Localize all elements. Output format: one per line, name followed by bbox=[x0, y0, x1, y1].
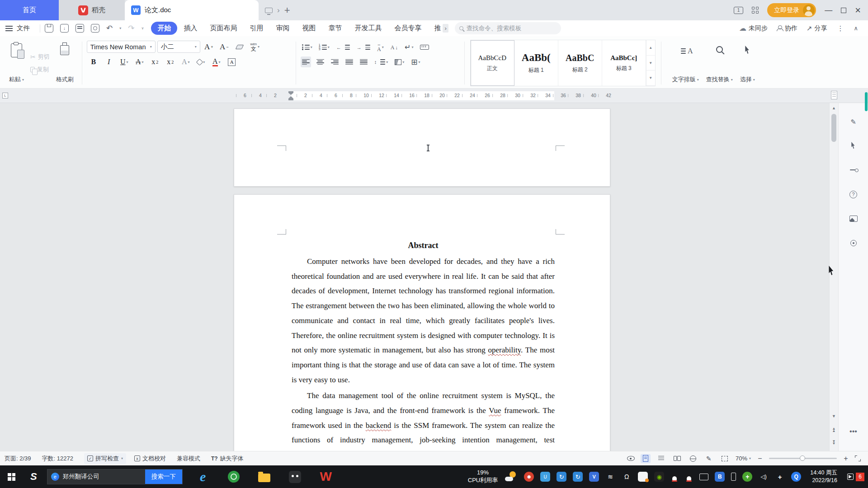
tab-selector-icon[interactable]: L bbox=[2, 93, 8, 99]
minimize-icon[interactable]: — bbox=[825, 6, 832, 15]
monitor-tray-icon[interactable] bbox=[699, 474, 708, 480]
decrease-indent-icon[interactable]: ← bbox=[335, 42, 351, 53]
style-scroll-up-icon[interactable]: ▲ bbox=[646, 40, 655, 56]
ie-icon[interactable]: e bbox=[194, 468, 212, 486]
wps-icon[interactable]: W bbox=[317, 468, 335, 486]
sync2-icon[interactable]: ↻ bbox=[573, 472, 583, 482]
font-name-select[interactable]: Times New Roman▾ bbox=[87, 41, 156, 53]
command-search[interactable] bbox=[455, 22, 561, 34]
strikethrough-icon[interactable]: A▾ bbox=[133, 56, 146, 68]
text-direction-icon[interactable]: A↓ bbox=[389, 42, 399, 53]
crosshair-icon[interactable]: + bbox=[775, 472, 785, 482]
pen-icon[interactable]: ✎ bbox=[848, 117, 859, 127]
edit-pen-icon[interactable]: ✎ bbox=[704, 454, 714, 463]
tab-ruler-icon[interactable] bbox=[419, 42, 430, 53]
notification-badge[interactable]: 6 bbox=[856, 473, 864, 481]
tab-insert[interactable]: 插入 bbox=[177, 22, 203, 35]
clear-format-icon[interactable] bbox=[233, 41, 246, 53]
tab-recommend[interactable]: 推 bbox=[428, 22, 442, 35]
book-view-icon[interactable] bbox=[672, 454, 682, 463]
share-button[interactable]: ↗分享 bbox=[807, 24, 827, 33]
monitor-icon[interactable] bbox=[265, 8, 273, 13]
page-1-bottom[interactable] bbox=[234, 108, 610, 187]
bold-icon[interactable]: B bbox=[87, 56, 100, 68]
previous-page-icon[interactable]: ▲▲ bbox=[830, 428, 838, 432]
page-view-icon[interactable] bbox=[641, 454, 651, 463]
vertical-scrollbar[interactable]: ▲ ▼ ▲▲ ▼▼ bbox=[829, 103, 838, 451]
nvidia-icon[interactable]: ◉ bbox=[654, 472, 664, 482]
decrease-font-icon[interactable]: A− bbox=[217, 41, 231, 53]
bullet-list-icon[interactable]: ▾ bbox=[301, 42, 314, 53]
zoom-level[interactable]: 70%▾ bbox=[736, 455, 751, 462]
help-icon[interactable]: ? bbox=[848, 189, 859, 200]
collaborate-button[interactable]: 协作 bbox=[777, 24, 797, 33]
search-input[interactable] bbox=[467, 25, 557, 32]
page-indicator[interactable]: 页面: 2/39 bbox=[5, 455, 31, 463]
find-replace-button[interactable]: 查找替换▾ bbox=[703, 40, 736, 86]
style-heading1[interactable]: AaBb( 标题 1 bbox=[514, 40, 558, 86]
outline-view-icon[interactable] bbox=[656, 454, 666, 463]
tab-member[interactable]: 会员专享 bbox=[388, 22, 428, 35]
spellcheck-toggle[interactable]: ✓拼写检查▾ bbox=[84, 453, 126, 464]
qq2-icon[interactable] bbox=[685, 472, 693, 482]
taskbar-search[interactable]: e 搜索一下 bbox=[47, 469, 183, 484]
underline-icon[interactable]: U▾ bbox=[118, 56, 131, 68]
app-icon[interactable] bbox=[287, 468, 304, 486]
page-setup-icon[interactable] bbox=[831, 91, 837, 99]
switch-window-icon[interactable]: 1 bbox=[734, 7, 743, 14]
cut-button[interactable]: ✂剪切 bbox=[30, 53, 50, 61]
safety-icon[interactable]: + bbox=[742, 472, 752, 482]
sogou-icon[interactable]: S bbox=[30, 471, 37, 483]
align-center-icon[interactable] bbox=[315, 56, 326, 67]
pinyin-guide-icon[interactable]: wén文▾ bbox=[248, 41, 262, 53]
usb-stick-icon[interactable] bbox=[731, 473, 736, 481]
weather-icon[interactable] bbox=[505, 471, 517, 482]
numbered-list-icon[interactable]: ▾ bbox=[318, 42, 331, 53]
align-left-icon[interactable] bbox=[301, 56, 311, 67]
next-page-icon[interactable]: ▼▼ bbox=[830, 441, 838, 445]
qq-icon[interactable] bbox=[670, 472, 679, 482]
antivirus-icon[interactable]: ☻ bbox=[524, 472, 534, 482]
more-icon[interactable]: ••• bbox=[848, 426, 859, 437]
new-tab-icon[interactable]: + bbox=[284, 5, 290, 16]
scroll-down-icon[interactable]: ▼ bbox=[830, 414, 838, 418]
shield-icon[interactable]: V bbox=[589, 472, 599, 482]
folder-icon[interactable] bbox=[256, 468, 273, 486]
format-painter-button[interactable]: 格式刷 bbox=[52, 40, 77, 86]
font-color-icon[interactable]: A▾ bbox=[210, 56, 223, 68]
tab-review[interactable]: 审阅 bbox=[269, 22, 296, 35]
fullscreen-icon[interactable] bbox=[855, 455, 861, 461]
scrollbar-thumb[interactable] bbox=[831, 114, 836, 142]
scroll-up-icon[interactable]: ▲ bbox=[830, 106, 838, 110]
subscript-icon[interactable]: x2 bbox=[164, 56, 177, 68]
tab-home-ribbon[interactable]: 开始 bbox=[151, 22, 177, 35]
copy-button[interactable]: 复制 bbox=[30, 66, 50, 74]
frame-icon[interactable] bbox=[720, 454, 730, 463]
char-scale-icon[interactable]: ↔A▾ bbox=[376, 42, 385, 53]
certificate-icon[interactable] bbox=[638, 472, 648, 482]
usb-icon[interactable]: U bbox=[540, 472, 550, 482]
close-icon[interactable]: × bbox=[855, 5, 861, 15]
browser-icon[interactable] bbox=[225, 468, 242, 486]
print-preview-icon[interactable] bbox=[91, 24, 99, 33]
increase-indent-icon[interactable]: → bbox=[355, 42, 372, 53]
char-border-icon[interactable]: A bbox=[225, 56, 239, 68]
tab-docer[interactable]: 稻壳 bbox=[59, 0, 125, 20]
increase-font-icon[interactable]: A+ bbox=[202, 41, 216, 53]
align-distribute-icon[interactable] bbox=[359, 56, 369, 67]
grid-menu-icon[interactable] bbox=[752, 7, 759, 14]
text-layout-button[interactable]: A 文字排版▾ bbox=[669, 40, 703, 86]
maximize-icon[interactable] bbox=[841, 8, 846, 13]
italic-icon[interactable]: I bbox=[102, 56, 116, 68]
print-icon[interactable] bbox=[75, 24, 84, 33]
undo-icon[interactable]: ↶ bbox=[106, 23, 113, 33]
cpu-usage[interactable]: 19%CPU利用率 bbox=[468, 469, 498, 484]
borders-icon[interactable]: ⊞▾ bbox=[410, 56, 421, 67]
menu-overflow-icon[interactable]: › bbox=[443, 24, 448, 33]
zoom-slider-knob[interactable] bbox=[800, 455, 805, 461]
zoom-in-icon[interactable]: + bbox=[843, 455, 849, 463]
tab-document[interactable]: W 论文.doc bbox=[125, 0, 259, 20]
more-icon[interactable]: ⋮ bbox=[837, 24, 844, 33]
tab-overflow-icon[interactable]: › bbox=[277, 6, 280, 15]
font-size-select[interactable]: 小二▾ bbox=[157, 41, 200, 53]
